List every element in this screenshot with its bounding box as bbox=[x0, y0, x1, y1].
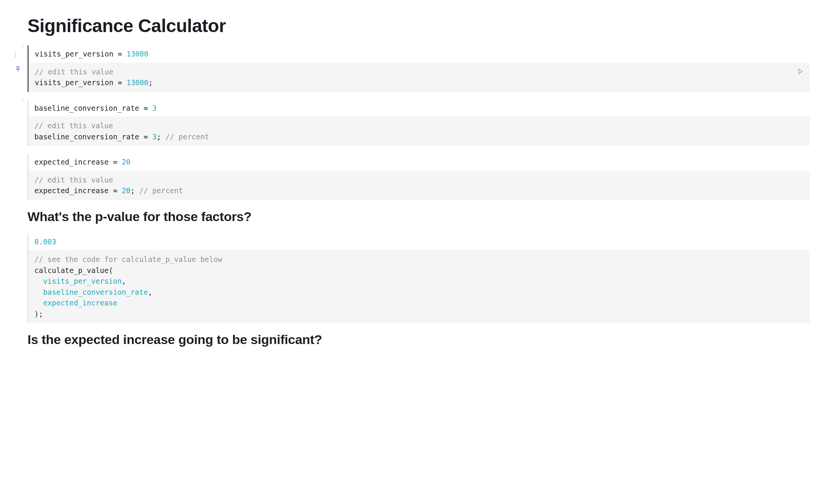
code-var: baseline_conversion_rate = bbox=[34, 132, 152, 141]
cell-output: baseline_conversion_rate = 3 bbox=[28, 100, 810, 117]
cell-pvalue[interactable]: 0.003 // see the code for calculate_p_va… bbox=[28, 233, 810, 323]
code-fn-name: calculate_p_value bbox=[34, 266, 108, 275]
code-paren-close: ); bbox=[34, 310, 43, 318]
code-comment: // see the code for calculate_p_value be… bbox=[34, 255, 222, 263]
heading-significant: Is the expected increase going to be sig… bbox=[28, 332, 810, 347]
code-value: 3 bbox=[152, 132, 157, 141]
code-arg: expected_increase bbox=[34, 299, 117, 307]
output-value: 13000 bbox=[126, 50, 148, 58]
code-comment: // edit this value bbox=[34, 121, 113, 130]
code-comment: // edit this value bbox=[34, 176, 113, 184]
code-arg: baseline_conversion_rate bbox=[34, 288, 148, 296]
heading-pvalue: What's the p-value for those factors? bbox=[28, 209, 810, 224]
notebook-container: Significance Calculator ↓ ↑ visits_per_v… bbox=[0, 0, 825, 347]
code-value: 20 bbox=[122, 186, 131, 195]
cell-insert-handle[interactable]: ↓ ↑ bbox=[21, 42, 24, 48]
arrow-up-icon: ↑ bbox=[22, 45, 24, 48]
output-value: 3 bbox=[152, 104, 157, 112]
output-varname: expected_increase = bbox=[34, 158, 122, 166]
code-paren-open: ( bbox=[108, 266, 113, 275]
cell-output: 0.003 bbox=[28, 233, 810, 250]
arrow-up-icon: ↑ bbox=[22, 99, 24, 102]
cell-output: expected_increase = 20 bbox=[28, 153, 810, 171]
output-varname: visits_per_version = bbox=[35, 50, 126, 58]
output-value: 0.003 bbox=[34, 237, 56, 246]
cell-menu-icon[interactable] bbox=[15, 52, 16, 57]
cell-source[interactable]: // see the code for calculate_p_value be… bbox=[28, 250, 810, 323]
cell-visits[interactable]: ↓ ↑ visits_per_version = 13000 // edit t… bbox=[28, 45, 810, 92]
cell-source[interactable]: // edit this value expected_increase = 2… bbox=[28, 171, 810, 200]
output-value: 20 bbox=[122, 158, 131, 166]
svg-marker-0 bbox=[799, 69, 802, 74]
cell-baseline[interactable]: ↓ ↑ baseline_conversion_rate = 3 // edit… bbox=[28, 100, 810, 146]
code-tail: ; bbox=[148, 78, 152, 87]
code-comma: , bbox=[148, 288, 152, 296]
code-var: expected_increase = bbox=[34, 186, 122, 195]
page-title: Significance Calculator bbox=[28, 15, 810, 36]
code-comment: // edit this value bbox=[35, 68, 113, 76]
run-cell-icon[interactable] bbox=[798, 66, 804, 78]
pin-icon[interactable] bbox=[15, 66, 21, 75]
cell-insert-handle[interactable]: ↓ ↑ bbox=[21, 97, 24, 102]
code-tail: ; bbox=[131, 186, 139, 195]
cell-source[interactable]: // edit this value visits_per_version = … bbox=[29, 63, 810, 92]
code-trailing-comment: // percent bbox=[165, 132, 209, 141]
code-arg: visits_per_version bbox=[34, 277, 122, 285]
code-tail: ; bbox=[157, 132, 165, 141]
cell-output: visits_per_version = 13000 bbox=[29, 45, 810, 63]
code-var: visits_per_version = bbox=[35, 78, 126, 87]
code-comma: , bbox=[122, 277, 126, 285]
cell-expected[interactable]: expected_increase = 20 // edit this valu… bbox=[28, 153, 810, 200]
code-value: 13000 bbox=[126, 78, 148, 87]
output-varname: baseline_conversion_rate = bbox=[34, 104, 152, 112]
code-trailing-comment: // percent bbox=[139, 186, 183, 195]
cell-source[interactable]: // edit this value baseline_conversion_r… bbox=[28, 116, 810, 146]
